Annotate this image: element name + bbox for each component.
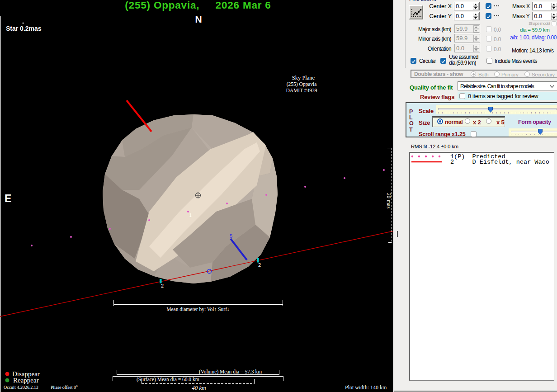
svg-text:1: 1	[189, 213, 192, 218]
svg-text:Occult 4.2026.2.13: Occult 4.2026.2.13	[4, 385, 38, 390]
svg-text:20 mas: 20 mas	[386, 193, 392, 209]
svg-text:DAMIT #4939: DAMIT #4939	[286, 88, 317, 93]
svg-text:Phase offset 0°: Phase offset 0°	[51, 385, 78, 390]
svg-text:40 km: 40 km	[192, 384, 206, 391]
svg-text:(255) Oppavia: (255) Oppavia	[287, 81, 317, 87]
svg-text:2: 2	[258, 262, 261, 268]
svg-text:Plot width: 140 km: Plot width: 140 km	[345, 384, 387, 391]
svg-text:Sky Plane: Sky Plane	[292, 75, 315, 81]
svg-text:Reappear: Reappear	[13, 377, 39, 384]
svg-text:(Volume) Mean dia = 57.3 km: (Volume) Mean dia = 57.3 km	[199, 369, 262, 375]
svg-text:Mean diameter by: Vol↑ Surf↓: Mean diameter by: Vol↑ Surf↓	[166, 307, 229, 312]
svg-text:E: E	[5, 193, 11, 204]
svg-text:5: 5	[230, 233, 232, 239]
svg-text:Star 0.2mas: Star 0.2mas	[6, 25, 42, 32]
svg-text:(255) Oppavia, 2026 Mar 6: (255) Oppavia, 2026 Mar 6	[125, 0, 271, 11]
svg-text:N: N	[195, 14, 202, 24]
svg-text:(Surface) Mean dia = 60.0 km: (Surface) Mean dia = 60.0 km	[137, 377, 199, 383]
svg-text:2: 2	[161, 283, 164, 288]
